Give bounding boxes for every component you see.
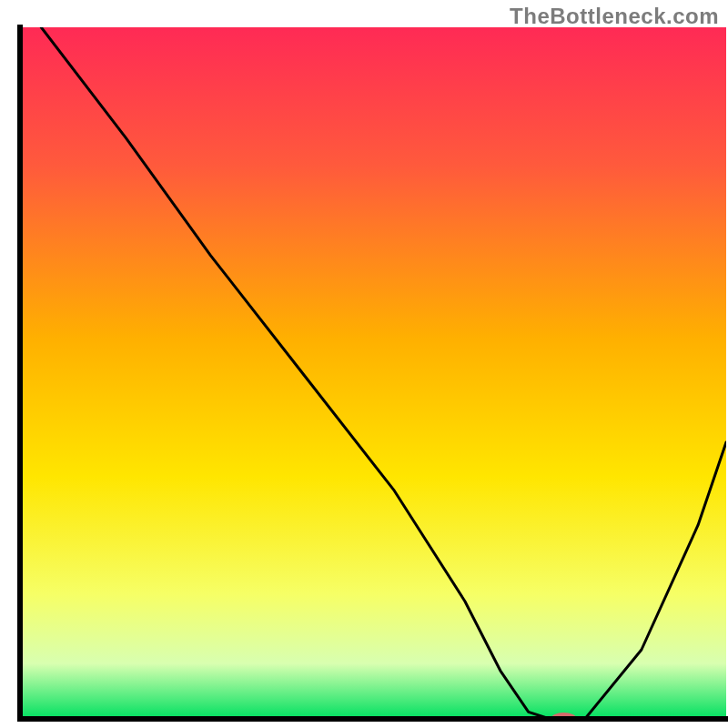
chart-stage: TheBottleneck.com [0, 0, 728, 728]
gradient-background [20, 27, 726, 719]
chart-svg [0, 0, 728, 728]
